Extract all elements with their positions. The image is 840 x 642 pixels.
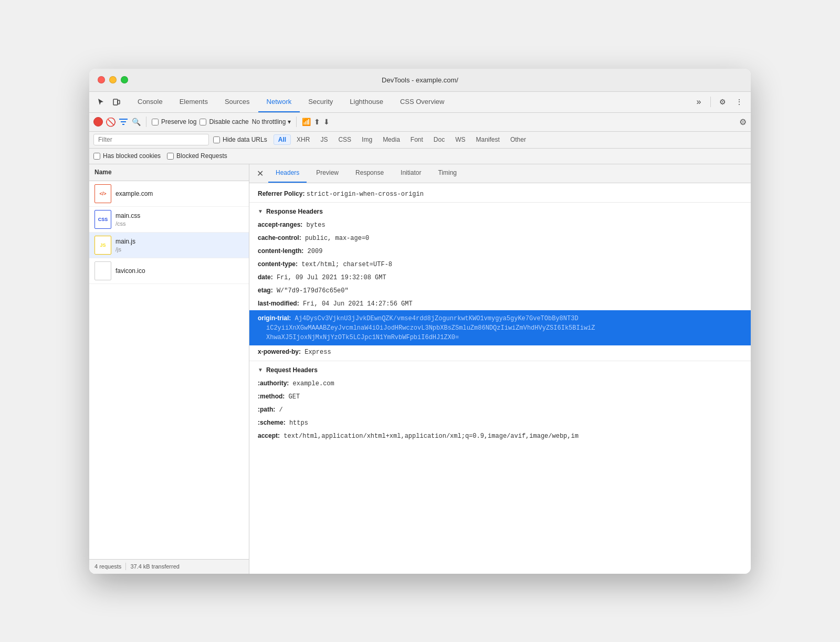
request-item-main-js[interactable]: JS main.js /js	[89, 233, 249, 258]
upload-icon[interactable]: ⬆	[314, 118, 320, 126]
header-content-type: content-type: text/html; charset=UTF-8	[249, 258, 751, 271]
filter-xhr[interactable]: XHR	[292, 134, 314, 145]
preserve-log-label[interactable]: Preserve log	[152, 118, 196, 125]
svg-rect-1	[118, 100, 120, 104]
tab-network[interactable]: Network	[258, 91, 300, 112]
file-icon-css: CSS	[94, 210, 111, 229]
tab-lighthouse[interactable]: Lighthouse	[341, 91, 392, 112]
tab-sources[interactable]: Sources	[216, 91, 258, 112]
filter-img[interactable]: Img	[357, 134, 377, 145]
request-item-example-com[interactable]: </> example.com	[89, 181, 249, 207]
header-x-powered-by: x-powered-by: Express	[249, 345, 751, 359]
request-headers-section[interactable]: Request Headers	[249, 363, 751, 377]
toolbar-right: » ⚙ ⋮	[691, 94, 747, 109]
settings-icon[interactable]: ⚙	[715, 94, 730, 109]
header-method: :method: GET	[249, 390, 751, 403]
filter-icon[interactable]	[119, 117, 128, 127]
fullscreen-button[interactable]	[121, 76, 128, 83]
file-icon-js: JS	[94, 236, 111, 255]
clear-button[interactable]: 🚫	[106, 117, 116, 127]
file-info-ico: favicon.ico	[116, 267, 145, 275]
close-button[interactable]	[98, 76, 105, 83]
download-icon[interactable]: ⬇	[323, 118, 330, 126]
tab-bar: Console Elements Sources Network Securit…	[129, 91, 453, 112]
record-button[interactable]	[93, 117, 103, 127]
footer-divider	[125, 563, 126, 570]
svg-rect-0	[113, 99, 118, 105]
right-panel: ✕ Headers Preview Response Initiator Tim…	[249, 164, 751, 574]
title-bar: DevTools - example.com/	[89, 69, 751, 92]
header-path: :path: /	[249, 403, 751, 416]
minimize-button[interactable]	[109, 76, 117, 83]
header-last-modified: last-modified: Fri, 04 Jun 2021 14:27:56…	[249, 297, 751, 310]
main-toolbar: Console Elements Sources Network Securit…	[89, 92, 751, 113]
file-info-js: main.js /js	[116, 238, 135, 252]
file-info: example.com	[116, 190, 153, 197]
request-item-main-css[interactable]: CSS main.css /css	[89, 207, 249, 233]
tab-preview[interactable]: Preview	[309, 164, 346, 183]
network-settings-icon[interactable]: ⚙	[739, 117, 747, 127]
filter-bar: Hide data URLs All XHR JS CSS Img Media …	[89, 132, 751, 149]
tab-headers[interactable]: Headers	[268, 164, 307, 183]
filter-tags: All XHR JS CSS Img Media Font Doc WS Man…	[274, 134, 531, 145]
tab-response[interactable]: Response	[348, 164, 391, 183]
request-item-favicon[interactable]: favicon.ico	[89, 258, 249, 284]
tab-timing[interactable]: Timing	[430, 164, 464, 183]
file-info-css: main.css /css	[116, 212, 140, 227]
device-toggle-icon[interactable]	[109, 94, 124, 109]
left-panel: Name </> example.com CSS main.css	[89, 164, 249, 574]
filter-bar2: Has blocked cookies Blocked Requests	[89, 149, 751, 164]
blocked-requests-checkbox[interactable]	[167, 153, 174, 160]
header-content-length: content-length: 2009	[249, 245, 751, 258]
traffic-lights	[98, 76, 128, 83]
customize-menu-icon[interactable]: ⋮	[732, 94, 747, 109]
cursor-icon[interactable]	[93, 94, 108, 109]
header-etag: etag: W/"7d9-179d76c65e0"	[249, 284, 751, 297]
tab-console[interactable]: Console	[129, 91, 171, 112]
tab-elements[interactable]: Elements	[171, 91, 216, 112]
throttle-dropdown[interactable]: No throttling ▾	[252, 118, 291, 125]
section-separator	[249, 361, 751, 361]
has-blocked-cookies-checkbox[interactable]	[93, 153, 100, 160]
window-title: DevTools - example.com/	[382, 76, 458, 84]
filter-font[interactable]: Font	[406, 134, 428, 145]
divider-1	[146, 117, 146, 127]
tab-css-overview[interactable]: CSS Overview	[392, 91, 453, 112]
blocked-requests-label[interactable]: Blocked Requests	[167, 152, 227, 160]
headers-content: Referrer Policy: strict-origin-when-cros…	[249, 183, 751, 574]
tab-initiator[interactable]: Initiator	[393, 164, 428, 183]
close-detail-button[interactable]: ✕	[254, 167, 266, 180]
preserve-log-checkbox[interactable]	[152, 119, 159, 125]
hide-data-urls-label[interactable]: Hide data URLs	[213, 136, 267, 143]
header-accept-ranges: accept-ranges: bytes	[249, 218, 751, 231]
header-origin-trial: origin-trial: Aj4DysCv3VjknU3jJvkDEwnQZK…	[249, 310, 751, 345]
requests-header: Name	[89, 164, 249, 181]
network-toolbar: 🚫 🔍 Preserve log Disable cache No thrott…	[89, 113, 751, 132]
devtools-window: DevTools - example.com/ Console Elements…	[89, 69, 751, 574]
header-scheme: :scheme: https	[249, 416, 751, 429]
hide-data-urls-checkbox[interactable]	[213, 136, 220, 143]
filter-js[interactable]: JS	[316, 134, 332, 145]
search-icon[interactable]: 🔍	[131, 117, 141, 127]
filter-all[interactable]: All	[274, 134, 291, 145]
header-date: date: Fri, 09 Jul 2021 19:32:08 GMT	[249, 271, 751, 284]
response-headers-section[interactable]: Response Headers	[249, 205, 751, 218]
filter-input[interactable]	[93, 134, 209, 145]
filter-media[interactable]: Media	[378, 134, 405, 145]
detail-tabs: ✕ Headers Preview Response Initiator Tim…	[249, 164, 751, 183]
disable-cache-label[interactable]: Disable cache	[200, 118, 248, 125]
filter-css[interactable]: CSS	[333, 134, 356, 145]
filter-ws[interactable]: WS	[450, 134, 470, 145]
filter-manifest[interactable]: Manifest	[471, 134, 505, 145]
tab-security[interactable]: Security	[300, 91, 341, 112]
more-tabs-button[interactable]: »	[691, 94, 706, 109]
filter-other[interactable]: Other	[506, 134, 531, 145]
file-icon-ico	[94, 261, 111, 280]
disable-cache-checkbox[interactable]	[200, 119, 206, 125]
requests-footer: 4 requests 37.4 kB transferred	[89, 559, 249, 574]
has-blocked-cookies-label[interactable]: Has blocked cookies	[93, 152, 161, 160]
toolbar-separator	[710, 97, 711, 107]
filter-doc[interactable]: Doc	[429, 134, 449, 145]
header-authority: :authority: example.com	[249, 377, 751, 390]
referrer-policy-row: Referrer Policy: strict-origin-when-cros…	[249, 187, 751, 203]
